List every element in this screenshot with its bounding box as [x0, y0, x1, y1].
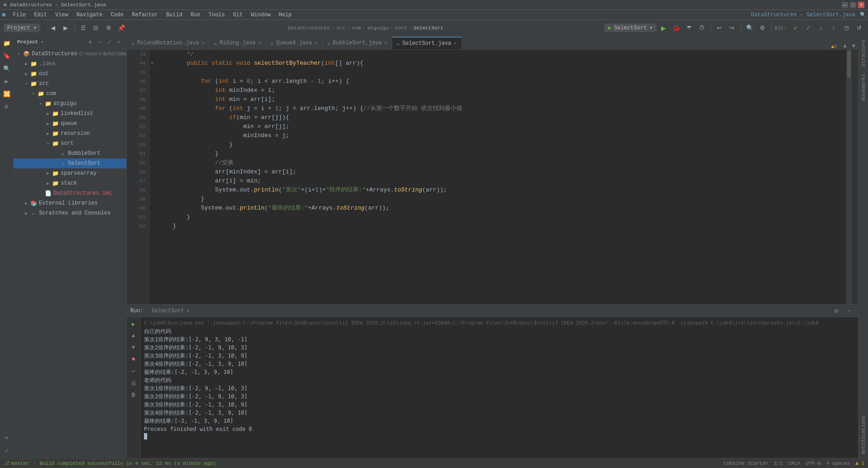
- tree-item-datastructures[interactable]: ▾ 📦 DataStructures C:\Users\Echo\IdeaP..…: [14, 49, 126, 59]
- tab-close[interactable]: ✕: [201, 40, 204, 46]
- run-print-btn[interactable]: 🖨: [129, 378, 139, 388]
- tree-item-extlibs[interactable]: ▶ 📚 External Libraries: [14, 198, 126, 208]
- debug-button[interactable]: 🐞: [671, 23, 682, 33]
- fold-mark-44[interactable]: ▼: [149, 59, 155, 68]
- project-selector[interactable]: Project ▾: [4, 24, 40, 32]
- run-clear-btn[interactable]: 🗑: [129, 390, 139, 400]
- git-check1[interactable]: ✓: [790, 23, 801, 33]
- panel-close[interactable]: ✕: [115, 38, 123, 46]
- status-warnings[interactable]: ▲ 2: [855, 461, 864, 466]
- panel-scroll[interactable]: ⇦: [96, 38, 104, 46]
- tree-item-sort[interactable]: ▾ 📁 sort: [14, 138, 126, 148]
- structure-label[interactable]: Structure: [860, 36, 867, 70]
- sidebar-icon-bookmark[interactable]: 🔖: [1, 51, 12, 62]
- scroll-down-btn[interactable]: ▼: [849, 43, 858, 49]
- tree-item-out[interactable]: ▶ 📁 out: [14, 69, 126, 79]
- menu-edit[interactable]: Edit: [30, 11, 51, 19]
- sidebar-icon-git[interactable]: 🔀: [1, 89, 12, 100]
- run-wrap-btn[interactable]: ↩: [129, 366, 139, 376]
- scrollbar-thumb[interactable]: [847, 51, 851, 78]
- tree-item-selectsort[interactable]: ▶ ☕ SelectSort: [14, 158, 126, 168]
- toolbar-back[interactable]: ◀: [48, 23, 58, 33]
- git-push[interactable]: ↑: [828, 23, 839, 33]
- tree-item-linkedlist[interactable]: ▶ 📁 linkedlist: [14, 109, 126, 119]
- sidebar-icon-structure[interactable]: ⊞: [1, 101, 12, 112]
- run-config-selector[interactable]: ▶ SelectSort ▾: [604, 24, 656, 32]
- panel-expand[interactable]: ⤢: [105, 38, 113, 46]
- breadcrumb-ds[interactable]: DataStructures: [288, 25, 330, 31]
- profile-button[interactable]: ⏱: [696, 23, 707, 33]
- sidebar-icon-commit[interactable]: ✓: [1, 445, 12, 456]
- tree-item-queue[interactable]: ▶ 📁 queue: [14, 119, 126, 129]
- minimize-button[interactable]: —: [842, 2, 848, 8]
- status-encoding[interactable]: UTF-8: [806, 461, 820, 466]
- bookmarks-label[interactable]: Bookmarks: [860, 70, 867, 104]
- tab-close[interactable]: ✕: [384, 40, 387, 46]
- git-history[interactable]: ◷: [841, 23, 852, 33]
- tree-item-com[interactable]: ▾ 📁 com: [14, 89, 126, 99]
- status-git[interactable]: ⎇ master: [4, 460, 29, 466]
- git-check2[interactable]: ✓: [803, 23, 814, 33]
- tab-bubblesort[interactable]: ☕ BubbleSort.java ✕: [322, 37, 392, 49]
- close-button[interactable]: ✕: [858, 2, 864, 8]
- editor-scrollbar[interactable]: [846, 50, 852, 304]
- panel-minimize[interactable]: —: [844, 306, 854, 316]
- status-spaces[interactable]: 4 spaces: [826, 461, 850, 466]
- menu-view[interactable]: View: [52, 11, 72, 19]
- menu-help[interactable]: Help: [275, 11, 295, 19]
- sidebar-icon-project[interactable]: 📁: [1, 38, 12, 49]
- toolbar-list[interactable]: ☰: [78, 23, 89, 33]
- coverage-button[interactable]: ☂: [684, 23, 695, 33]
- search-everywhere[interactable]: 🔍: [860, 12, 866, 18]
- run-down-btn[interactable]: ▼: [129, 343, 139, 353]
- scroll-up-btn[interactable]: ▲: [841, 43, 849, 49]
- breadcrumb-sort[interactable]: sort: [395, 25, 407, 31]
- tree-item-bubblesort[interactable]: ▶ ☕ BubbleSort: [14, 148, 126, 158]
- menu-code[interactable]: Code: [107, 11, 127, 19]
- bottom-tab-run[interactable]: SelectSort ✕: [147, 305, 194, 317]
- sidebar-icon-terminal[interactable]: ⌨: [1, 433, 12, 444]
- breadcrumb-com[interactable]: com: [352, 25, 361, 31]
- menu-window[interactable]: Window: [247, 11, 274, 19]
- toolbar-gear[interactable]: ⚙: [103, 23, 114, 33]
- notifications-label[interactable]: Notifications: [860, 412, 867, 458]
- git-update[interactable]: ↓: [815, 23, 826, 33]
- menu-navigate[interactable]: Navigate: [73, 11, 106, 19]
- status-crlf[interactable]: CRLF: [788, 461, 800, 466]
- toolbar-pin[interactable]: 📌: [116, 23, 127, 33]
- undo-button[interactable]: ↩: [714, 23, 725, 33]
- tab-close[interactable]: ✕: [258, 40, 261, 46]
- tab-close[interactable]: ✕: [454, 41, 457, 46]
- tree-item-iml[interactable]: ▶ 📄 DataStructures.iml: [14, 188, 126, 198]
- tree-item-idea[interactable]: ▶ 📁 .idea: [14, 59, 126, 69]
- menu-git[interactable]: Git: [230, 11, 247, 19]
- sidebar-icon-run[interactable]: ▶: [1, 76, 12, 87]
- sidebar-icon-find[interactable]: 🔍: [1, 63, 12, 74]
- menu-build[interactable]: Build: [163, 11, 186, 19]
- menu-file[interactable]: File: [9, 11, 29, 19]
- toolbar-forward[interactable]: ▶: [60, 23, 71, 33]
- console-output[interactable]: C:\jdk8\bin\java.exe "-javaagent:C:\Prog…: [140, 317, 858, 458]
- maximize-button[interactable]: □: [850, 2, 856, 8]
- tab-queue8[interactable]: ☕ Queue8.java ✕: [266, 37, 322, 49]
- warnings-indicator[interactable]: ▲ 2: [827, 44, 840, 49]
- menu-run[interactable]: Run: [187, 11, 204, 19]
- tree-item-atguigu[interactable]: ▾ 📁 atguigu: [14, 99, 126, 109]
- tree-item-sparsearray[interactable]: ▶ 📁 sparsearray: [14, 168, 126, 178]
- run-button[interactable]: ▶: [658, 23, 669, 33]
- panel-settings[interactable]: ⚙: [831, 306, 842, 316]
- tree-item-recursion[interactable]: ▶ 📁 recursion: [14, 129, 126, 138]
- tab-migong[interactable]: ☕ MiGong.java ✕: [209, 37, 266, 49]
- breadcrumb-src[interactable]: src: [336, 25, 345, 31]
- menu-tools[interactable]: Tools: [205, 11, 229, 19]
- status-position[interactable]: 1:1: [774, 461, 783, 466]
- search-button[interactable]: 🔍: [744, 23, 755, 33]
- status-ide[interactable]: tobnine Starter: [724, 461, 768, 466]
- tab-close[interactable]: ✕: [187, 308, 190, 314]
- run-restart-btn[interactable]: ▶: [129, 319, 139, 329]
- toolbar-tree[interactable]: ⊟: [91, 23, 101, 33]
- tree-item-src[interactable]: ▾ 📁 src: [14, 79, 126, 89]
- panel-gear[interactable]: ⚙: [86, 38, 94, 46]
- settings-button[interactable]: ⚙: [757, 23, 768, 33]
- tree-item-stack[interactable]: ▶ 📁 stack: [14, 178, 126, 188]
